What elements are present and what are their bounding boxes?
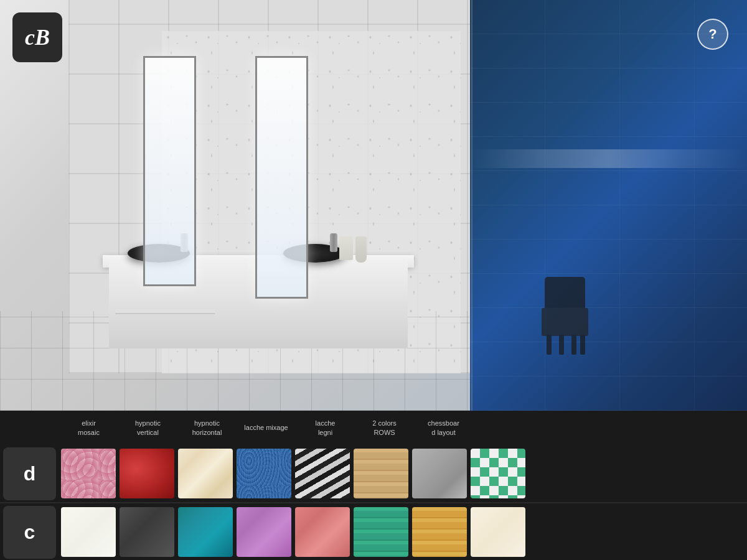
- wall-highlight: [470, 149, 747, 168]
- logo-symbol: cB: [25, 24, 50, 50]
- label-lacche-mixage: lacche mixage: [237, 423, 296, 432]
- label-hypnotic-vertical: hypnoticvertical: [118, 419, 177, 437]
- row-c-label: c: [3, 506, 56, 559]
- label-2-colors-rows: 2 colorsROWS: [355, 419, 414, 437]
- tile-d-zebra[interactable]: [295, 449, 350, 498]
- toothbrush-cup: [339, 236, 353, 260]
- scene-divider: [471, 0, 472, 411]
- tile-c-teal-wash[interactable]: [178, 507, 233, 557]
- chair-seat: [542, 308, 588, 336]
- label-hypnotic-horizontal: hypnotichorizontal: [177, 419, 237, 437]
- label-elixir-mosaic: elixirmosaic: [59, 419, 118, 437]
- tile-c-teal-wood[interactable]: [354, 507, 408, 557]
- help-button[interactable]: ?: [697, 19, 728, 50]
- bathroom-scene: [0, 0, 747, 411]
- tile-d-gray-solid[interactable]: [412, 449, 467, 498]
- tile-c-salmon[interactable]: [295, 507, 350, 557]
- app-logo[interactable]: cB: [12, 12, 62, 62]
- label-lacche-legni: lacchelegni: [296, 419, 355, 437]
- bottom-panel: elixirmosaic hypnoticvertical hypnoticho…: [0, 411, 747, 560]
- tile-d-blue-floral[interactable]: [237, 449, 291, 498]
- mirror-left: [143, 56, 196, 286]
- tile-d-checkerboard-green[interactable]: [471, 449, 525, 498]
- tile-d-pink-circles[interactable]: [61, 449, 116, 498]
- chair-leg: [547, 335, 552, 355]
- tile-row-d: d: [0, 445, 747, 502]
- tile-c-honey-wood[interactable]: [412, 507, 467, 557]
- chair: [542, 292, 591, 355]
- tile-c-lilac[interactable]: [237, 507, 291, 557]
- tile-c-cream-light[interactable]: [471, 507, 525, 557]
- vanity-shelf: [115, 309, 215, 314]
- right-wall: [470, 0, 747, 411]
- tile-d-wood-light[interactable]: [354, 449, 408, 498]
- left-wall: [0, 0, 473, 411]
- chair-leg: [580, 335, 585, 355]
- soap-dispenser: [355, 236, 367, 263]
- tile-d-cream-marble[interactable]: [178, 449, 233, 498]
- row-d-label: d: [3, 447, 56, 500]
- bathroom-accessories: [339, 236, 367, 263]
- tile-d-red-burst[interactable]: [120, 449, 174, 498]
- right-wall-stripes: [470, 0, 747, 411]
- mirror-right: [255, 56, 308, 299]
- label-chessboard-layout: chessboard layout: [414, 419, 473, 437]
- tile-row-c: c: [0, 503, 747, 560]
- chair-leg: [571, 335, 576, 355]
- help-icon: ?: [708, 26, 716, 42]
- chair-leg: [559, 335, 564, 355]
- layout-labels-row: elixirmosaic hypnoticvertical hypnoticho…: [0, 411, 747, 445]
- tile-c-dark-gray[interactable]: [120, 507, 174, 557]
- tile-c-white-light[interactable]: [61, 507, 116, 557]
- faucet-right: [330, 233, 337, 252]
